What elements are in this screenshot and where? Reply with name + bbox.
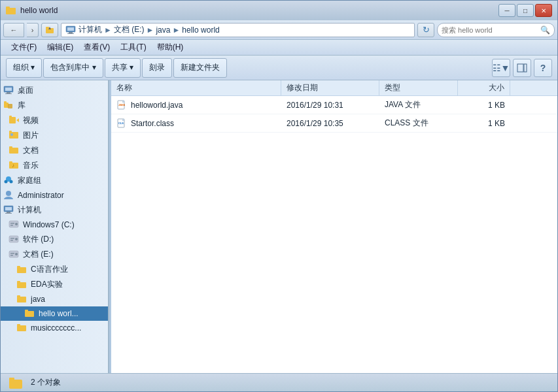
tree-item-music[interactable]: ♪ 音乐 (1, 158, 108, 173)
tree-item-c-drive[interactable]: Windows7 (C:) (1, 218, 108, 232)
tree-label-e-drive: 文档 (E:) (23, 249, 54, 260)
breadcrumb-docs[interactable]: 文档 (E:) (114, 24, 145, 35)
computer-icon (65, 25, 76, 35)
tree-label-java: java (31, 295, 45, 304)
file-date-0: 2016/1/29 10:31 (281, 101, 379, 110)
close-button[interactable]: ✕ (535, 4, 552, 17)
help-button[interactable]: ? (534, 59, 552, 77)
tree-item-helloworld[interactable]: hello worl... (1, 306, 108, 321)
folder-music2-icon (16, 323, 28, 333)
main-content: 桌面 库 (1, 80, 557, 373)
burn-button[interactable]: 刻录 (142, 58, 172, 78)
col-header-date[interactable]: 修改日期 (281, 80, 379, 95)
menu-help[interactable]: 帮助(H) (152, 41, 189, 54)
folder-c-icon (16, 265, 28, 275)
breadcrumb-computer[interactable]: 计算机 (78, 24, 102, 35)
video-icon (9, 116, 20, 126)
tree-item-library[interactable]: 库 (1, 98, 108, 113)
svg-rect-16 (4, 101, 7, 103)
svg-rect-58 (17, 325, 26, 331)
user-icon (3, 190, 15, 201)
svg-rect-50 (17, 267, 26, 273)
music-icon: ♪ (9, 161, 20, 171)
menu-view[interactable]: 查看(V) (78, 41, 115, 54)
svg-point-32 (6, 191, 11, 196)
svg-rect-64 (122, 119, 124, 121)
folder-java-icon (16, 294, 28, 304)
tree-label-eda: EDA实验 (31, 279, 63, 290)
search-bar[interactable]: 🔍 (437, 23, 555, 37)
file-size-1: 1 KB (458, 119, 510, 128)
svg-rect-57 (25, 310, 28, 312)
svg-rect-36 (7, 212, 10, 213)
svg-rect-17 (8, 104, 12, 108)
up-button[interactable] (41, 23, 58, 37)
preview-icon (517, 63, 527, 73)
svg-rect-1 (6, 7, 10, 9)
search-input[interactable] (442, 26, 538, 34)
tree-label-c-drive: Windows7 (C:) (23, 220, 75, 229)
refresh-button[interactable]: ↻ (417, 23, 434, 37)
svg-rect-66 (9, 380, 22, 389)
tree-item-documents[interactable]: 文档 (1, 143, 108, 158)
file-type-0: JAVA 文件 (379, 99, 458, 110)
tree-item-pictures[interactable]: 图片 (1, 128, 108, 143)
menu-tools[interactable]: 工具(T) (115, 41, 151, 54)
tree-label-pictures: 图片 (23, 130, 39, 141)
tree-item-java[interactable]: java (1, 292, 108, 306)
file-date-1: 2016/1/29 10:35 (281, 119, 379, 128)
breadcrumb-helloworld[interactable]: hello world (182, 25, 219, 35)
breadcrumb-java[interactable]: java (156, 25, 170, 35)
status-bar: 2 个对象 (1, 373, 557, 391)
file-row-1[interactable]: CLS Startor.class 2016/1/29 10:35 CLASS … (111, 114, 557, 133)
tree-item-homegroup[interactable]: 家庭组 (1, 173, 108, 188)
svg-rect-6 (67, 27, 74, 31)
tree-item-admin[interactable]: Administrator (1, 188, 108, 203)
tree-item-music2[interactable]: musiccccccc... (1, 321, 108, 335)
col-header-type[interactable]: 类型 (379, 80, 458, 95)
svg-rect-35 (5, 207, 12, 210)
picture-icon (9, 131, 20, 141)
forward-button[interactable]: › (27, 23, 39, 37)
share-button[interactable]: 共享 ▾ (105, 58, 141, 78)
tree-item-videos[interactable]: 视频 (1, 113, 108, 128)
svg-rect-55 (17, 295, 20, 297)
col-header-name[interactable]: 名称 (111, 80, 281, 95)
minimize-button[interactable]: ─ (498, 4, 515, 17)
new-folder-button[interactable]: 新建文件夹 (173, 58, 227, 78)
file-name-0: JAVA helloworld.java (111, 100, 281, 110)
menu-file[interactable]: 文件(F) (6, 41, 42, 54)
breadcrumb[interactable]: 计算机 ► 文档 (E:) ► java ► hello world (61, 23, 415, 37)
back-button[interactable]: ← (3, 23, 24, 37)
tree-label-library: 库 (18, 100, 26, 111)
col-header-size[interactable]: 大小 (458, 80, 510, 95)
status-count: 2 个对象 (31, 377, 61, 388)
toolbar-right: ☷▼ ? (492, 59, 552, 77)
window-title: hello world (20, 6, 58, 15)
maximize-button[interactable]: □ (517, 4, 534, 17)
tree-item-c-homework[interactable]: C语言作业 (1, 262, 108, 277)
add-to-library-button[interactable]: 包含到库中 ▾ (43, 58, 103, 78)
tree-item-e-drive[interactable]: 文档 (E:) (1, 247, 108, 262)
tree-item-computer[interactable]: 计算机 (1, 203, 108, 218)
breadcrumb-sep-3: ► (172, 25, 180, 35)
file-row-0[interactable]: JAVA helloworld.java 2016/1/29 10:31 JAV… (111, 96, 557, 114)
breadcrumb-sep-2: ► (147, 25, 154, 35)
tree-label-d-drive: 软件 (D:) (23, 234, 54, 245)
title-bar-left: hello world (6, 5, 58, 16)
java-file-icon: JAVA (116, 100, 127, 110)
tree-item-desktop[interactable]: 桌面 (1, 83, 108, 98)
address-bar: ← › 计算机 ► 文档 (E:) ► java ► hello world (1, 20, 557, 40)
svg-point-43 (15, 238, 18, 240)
breadcrumb-sep-1: ► (104, 25, 112, 35)
search-icon: 🔍 (540, 25, 550, 35)
menu-edit[interactable]: 编辑(E) (42, 41, 78, 54)
tree-item-d-drive[interactable]: 软件 (D:) (1, 232, 108, 247)
view-toggle-button[interactable]: ☷▼ (492, 59, 510, 77)
tree-item-eda[interactable]: EDA实验 (1, 277, 108, 292)
preview-pane-button[interactable] (513, 59, 531, 77)
svg-rect-56 (25, 311, 34, 317)
tree-label-music: 音乐 (23, 160, 39, 171)
document-folder-icon (9, 146, 20, 156)
organize-button[interactable]: 组织 ▾ (6, 58, 42, 78)
